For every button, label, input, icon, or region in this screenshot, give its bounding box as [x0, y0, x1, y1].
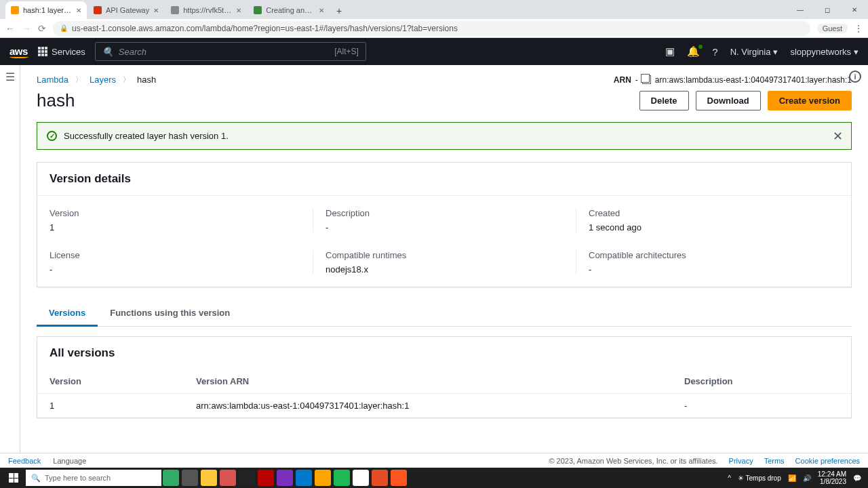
favicon: [254, 6, 262, 14]
taskbar-app-icon[interactable]: [220, 470, 236, 486]
region-selector[interactable]: N. Virginia▾: [730, 47, 778, 57]
close-window-icon[interactable]: ✕: [841, 0, 868, 19]
wifi-icon[interactable]: 📶: [788, 474, 796, 482]
breadcrumb-layers[interactable]: Layers: [90, 75, 116, 85]
col-header[interactable]: Version: [37, 369, 184, 394]
language-selector[interactable]: Language: [53, 457, 86, 465]
taskbar-app-icon[interactable]: [277, 470, 293, 486]
info-panel-toggle[interactable]: i: [849, 70, 861, 83]
sound-icon[interactable]: 🔊: [803, 474, 811, 482]
col-header[interactable]: Version ARN: [184, 369, 672, 394]
reload-icon[interactable]: ⟳: [38, 23, 46, 34]
detail-value: nodejs18.x: [326, 264, 576, 274]
new-tab-button[interactable]: +: [331, 3, 347, 19]
favicon: [171, 6, 179, 14]
aws-topnav: aws Services 🔍 Search [Alt+S] ▣ 🔔 ? N. V…: [0, 38, 868, 65]
feedback-link[interactable]: Feedback: [8, 457, 41, 465]
tray-icon[interactable]: ^: [728, 474, 731, 482]
browser-toolbar: ← → ⟳ 🔒 us-east-1.console.aws.amazon.com…: [0, 19, 868, 38]
weather-widget[interactable]: ☀ Temps drop: [738, 474, 781, 482]
create-version-button[interactable]: Create version: [768, 91, 852, 110]
close-tab-icon[interactable]: ✕: [76, 7, 81, 14]
breadcrumb-lambda[interactable]: Lambda: [37, 75, 68, 85]
copyright: © 2023, Amazon Web Services, Inc. or its…: [549, 457, 717, 465]
table-row[interactable]: 1 arn:aws:lambda:us-east-1:040497317401:…: [37, 394, 851, 418]
system-tray: ^ ☀ Temps drop 📶 🔊 12:24 AM 1/8/2023 💬: [728, 470, 865, 485]
detail-value: -: [50, 264, 313, 274]
download-button[interactable]: Download: [696, 91, 761, 110]
chevron-right-icon: 〉: [75, 75, 83, 85]
help-icon[interactable]: ?: [712, 46, 717, 58]
arn-value: arn:aws:lambda:us-east-1:040497317401:la…: [655, 75, 852, 85]
cell-version: 1: [37, 394, 184, 418]
address-bar[interactable]: 🔒 us-east-1.console.aws.amazon.com/lambd…: [53, 21, 810, 36]
taskbar-app-icon[interactable]: [258, 470, 274, 486]
notifications-icon[interactable]: 💬: [853, 474, 861, 482]
detail-key: Description: [326, 208, 576, 218]
search-kbd: [Alt+S]: [334, 47, 359, 56]
cookies-link[interactable]: Cookie preferences: [795, 457, 860, 465]
privacy-link[interactable]: Privacy: [729, 457, 753, 465]
maximize-icon[interactable]: ◻: [814, 0, 841, 19]
taskbar-app-icon[interactable]: [296, 470, 312, 486]
close-tab-icon[interactable]: ✕: [153, 7, 159, 14]
tab-versions[interactable]: Versions: [37, 301, 98, 327]
taskbar-app-icon[interactable]: [353, 470, 369, 486]
taskbar-app-icon[interactable]: [334, 470, 350, 486]
taskbar-search-placeholder: Type here to search: [45, 474, 111, 482]
browser-tab[interactable]: API Gateway ✕: [88, 1, 164, 19]
start-button[interactable]: [3, 468, 24, 488]
page-title: hash: [37, 90, 75, 111]
delete-button[interactable]: Delete: [639, 91, 689, 110]
close-alert-icon[interactable]: ✕: [833, 129, 843, 144]
clock[interactable]: 12:24 AM 1/8/2023: [818, 470, 846, 485]
browser-tab[interactable]: https://rvfk5t2oe7.execute-api... ✕: [165, 1, 247, 19]
browser-tab[interactable]: Creating and sharing Lambda la... ✕: [248, 1, 330, 19]
forward-icon[interactable]: →: [22, 23, 31, 34]
taskbar-app-icon[interactable]: [201, 470, 217, 486]
detail-key: Created: [589, 208, 839, 218]
search-input[interactable]: 🔍 Search [Alt+S]: [95, 42, 366, 61]
taskbar-app-icon[interactable]: [391, 470, 407, 486]
taskbar-app-icon[interactable]: [372, 470, 388, 486]
minimize-icon[interactable]: —: [787, 0, 814, 19]
cloudshell-icon[interactable]: ▣: [665, 45, 675, 58]
aws-logo[interactable]: aws: [9, 45, 28, 58]
taskbar-app-icon[interactable]: [163, 470, 179, 486]
aws-footer: Feedback Language © 2023, Amazon Web Ser…: [0, 453, 868, 468]
copy-icon[interactable]: [642, 75, 651, 84]
windows-taskbar: 🔍 Type here to search ^ ☀ Temps drop 📶 🔊…: [0, 468, 868, 488]
search-icon: 🔍: [102, 47, 113, 57]
versions-table: Version Version ARN Description 1 arn:aw…: [37, 369, 851, 418]
detail-key: License: [50, 250, 313, 260]
detail-value: -: [326, 222, 576, 232]
account-menu[interactable]: sloppynetworks▾: [790, 47, 859, 57]
taskbar-app-icon[interactable]: [239, 470, 255, 486]
check-icon: ✓: [47, 131, 57, 141]
terms-link[interactable]: Terms: [764, 457, 785, 465]
detail-value: -: [589, 264, 839, 274]
taskbar-app-icon[interactable]: [182, 470, 198, 486]
back-icon[interactable]: ←: [5, 23, 15, 34]
window-controls: — ◻ ✕: [787, 0, 868, 19]
search-placeholder: Search: [119, 47, 146, 57]
tabs: Versions Functions using this version: [37, 301, 852, 327]
col-header[interactable]: Description: [672, 369, 851, 394]
tab-functions-using[interactable]: Functions using this version: [98, 301, 242, 326]
profile-chip[interactable]: Guest: [817, 24, 848, 33]
all-versions-panel: All versions Version Version ARN Descrip…: [37, 336, 852, 418]
arn-display: ARN - arn:aws:lambda:us-east-1:040497317…: [614, 75, 852, 85]
tab-title: Creating and sharing Lambda la...: [266, 6, 315, 14]
close-tab-icon[interactable]: ✕: [319, 7, 324, 14]
breadcrumb-current: hash: [137, 75, 156, 85]
bell-icon[interactable]: 🔔: [687, 45, 700, 58]
taskbar-search[interactable]: 🔍 Type here to search: [26, 470, 161, 486]
detail-key: Compatible runtimes: [326, 250, 576, 260]
browser-tab-active[interactable]: hash:1 layer - Lambda ✕: [5, 1, 87, 19]
sidebar-toggle[interactable]: ☰: [0, 65, 20, 453]
menu-icon[interactable]: ⋮: [854, 24, 863, 33]
services-button[interactable]: Services: [38, 47, 85, 57]
close-tab-icon[interactable]: ✕: [236, 7, 241, 14]
taskbar-app-icon[interactable]: [315, 470, 331, 486]
tab-title: hash:1 layer - Lambda: [23, 6, 72, 14]
